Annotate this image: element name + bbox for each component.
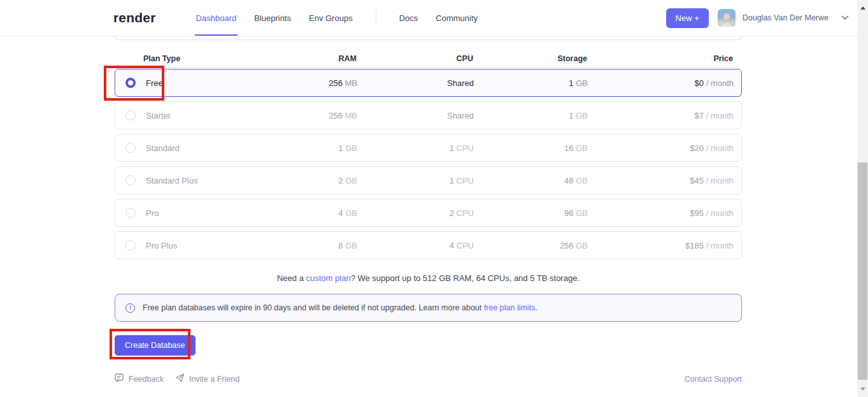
column-storage: Storage xyxy=(473,54,587,63)
new-button[interactable]: New + xyxy=(666,8,709,28)
contact-support-link[interactable]: Contact Support xyxy=(685,375,742,384)
scroll-down-arrow[interactable] xyxy=(857,384,868,394)
plan-row-pro[interactable]: Pro 4 GB 2 CPU 96 GB $95 / month xyxy=(115,199,742,227)
info-icon: i xyxy=(125,303,135,313)
plan-row-free[interactable]: Free 256 MB Shared 1 GB $0 / month xyxy=(115,69,742,97)
chevron-down-icon xyxy=(841,15,849,20)
plan-row-pro-plus[interactable]: Pro Plus 8 GB 4 CPU 256 GB $185 / month xyxy=(115,231,742,259)
radio-free[interactable] xyxy=(125,78,136,88)
plan-name: Standard Plus xyxy=(146,176,198,185)
main-content: Plan Type RAM CPU Storage Price Free 256… xyxy=(115,36,742,384)
nav-dashboard[interactable]: Dashboard xyxy=(187,0,246,36)
page: render Dashboard Blueprints Env Groups D… xyxy=(0,0,868,397)
top-nav: render Dashboard Blueprints Env Groups D… xyxy=(0,0,868,36)
page-footer: Feedback Invite a Friend Contact Support xyxy=(115,373,742,384)
nav-separator xyxy=(376,10,376,25)
plan-name: Pro Plus xyxy=(146,241,177,250)
free-plan-info-banner: i Free plan databases will expire in 90 … xyxy=(115,294,742,322)
invite-a-friend-button[interactable]: Invite a Friend xyxy=(175,373,239,384)
column-cpu: CPU xyxy=(357,54,473,63)
radio-pro[interactable] xyxy=(125,208,136,218)
nav-blueprints[interactable]: Blueprints xyxy=(245,0,300,36)
plan-table-header: Plan Type RAM CPU Storage Price xyxy=(115,53,742,64)
radio-starter[interactable] xyxy=(125,110,136,120)
scroll-up-arrow[interactable] xyxy=(857,3,868,13)
user-menu[interactable]: Douglas Van Der Merwe xyxy=(718,9,849,27)
vertical-scrollbar[interactable] xyxy=(857,0,868,397)
user-avatar xyxy=(718,9,736,27)
plan-row-starter[interactable]: Starter 256 MB Shared 1 GB $7 / month xyxy=(115,101,742,129)
radio-pro-plus[interactable] xyxy=(125,240,136,250)
plan-row-standard[interactable]: Standard 1 GB 1 CPU 16 GB $20 / month xyxy=(115,134,742,162)
nav-docs[interactable]: Docs xyxy=(390,0,427,36)
main-nav: Dashboard Blueprints Env Groups Docs Com… xyxy=(187,0,487,36)
radio-standard[interactable] xyxy=(125,143,136,153)
banner-text: Free plan databases will expire in 90 da… xyxy=(143,303,537,312)
nav-community[interactable]: Community xyxy=(427,0,487,36)
scrollbar-thumb[interactable] xyxy=(858,162,867,380)
nav-env-groups[interactable]: Env Groups xyxy=(300,0,362,36)
column-price: Price xyxy=(587,54,733,63)
feedback-button[interactable]: Feedback xyxy=(115,373,164,384)
plan-row-standard-plus[interactable]: Standard Plus 2 GB 1 CPU 48 GB $45 / mon… xyxy=(115,166,742,194)
plan-name: Free xyxy=(146,78,163,88)
feedback-icon xyxy=(115,373,124,384)
column-ram: RAM xyxy=(240,54,357,63)
app-logo[interactable]: render xyxy=(113,10,156,25)
header-right: New + Douglas Van Der Merwe xyxy=(666,0,849,36)
custom-plan-link[interactable]: custom plan xyxy=(306,273,351,283)
plan-name: Pro xyxy=(146,208,159,218)
free-plan-limits-link[interactable]: free plan limits xyxy=(484,303,536,312)
previous-card-bottom-edge xyxy=(115,36,742,40)
paper-plane-icon xyxy=(175,373,185,384)
plan-table: Free 256 MB Shared 1 GB $0 / month Start… xyxy=(115,69,742,259)
create-database-button[interactable]: Create Database xyxy=(115,335,196,356)
user-name: Douglas Van Der Merwe xyxy=(743,13,829,22)
plan-name: Standard xyxy=(146,143,180,153)
plan-name: Starter xyxy=(146,111,171,120)
column-plan-type: Plan Type xyxy=(125,54,240,63)
radio-standard-plus[interactable] xyxy=(125,175,136,185)
custom-plan-note: Need a custom plan? We support up to 512… xyxy=(115,273,742,284)
